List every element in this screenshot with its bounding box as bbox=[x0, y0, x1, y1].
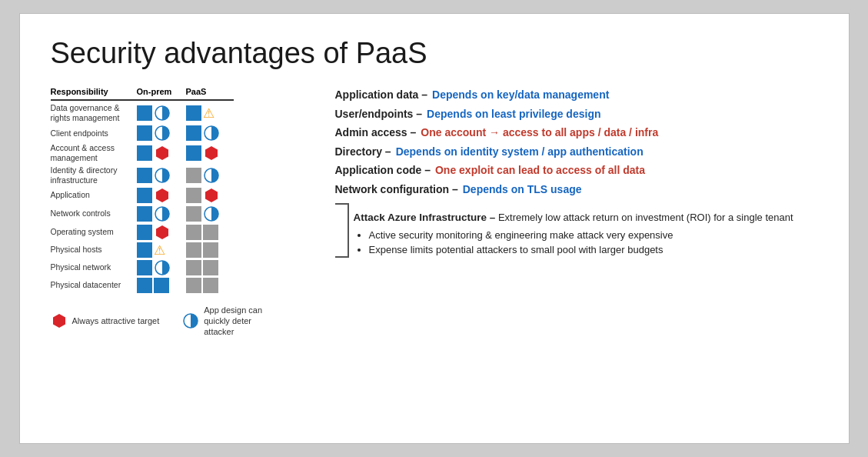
table-row: Network controls bbox=[51, 205, 312, 223]
attack-section: Attack Azure Infrastructure – Extremely … bbox=[354, 209, 793, 258]
right-item: Directory –Depends on identity system / … bbox=[335, 142, 818, 162]
right-item: Application data –Depends on key/data ma… bbox=[335, 85, 818, 105]
table-row: Account & access management bbox=[51, 142, 312, 164]
table-row: Data governance & rights management ⚠ bbox=[51, 102, 312, 124]
half-circle-legend-icon bbox=[182, 312, 199, 329]
main-content: Responsibility On-prem PaaS Data governa… bbox=[51, 84, 818, 338]
attack-bullet: Active security monitoring & engineering… bbox=[369, 228, 793, 243]
attack-bracket bbox=[335, 203, 349, 258]
svg-marker-11 bbox=[156, 225, 168, 239]
table-row: Client endpoints bbox=[51, 124, 312, 142]
item-desc: One account → access to all apps / data … bbox=[421, 123, 658, 142]
item-label: Application data – bbox=[335, 85, 428, 105]
svg-marker-13 bbox=[53, 314, 65, 328]
red-hex-icon bbox=[51, 312, 68, 329]
attack-bullets: Active security monitoring & engineering… bbox=[369, 228, 793, 258]
item-label: Admin access – bbox=[335, 123, 417, 142]
right-section: Application data –Depends on key/data ma… bbox=[335, 84, 818, 338]
right-item: Network configuration –Depends on TLS us… bbox=[335, 180, 818, 199]
col-header-paas: PaaS bbox=[186, 84, 235, 98]
table-row: Identity & directory infrastructure bbox=[51, 165, 312, 186]
slide-title: Security advantages of PaaS bbox=[51, 37, 818, 70]
col-header-onprem: On-prem bbox=[137, 84, 186, 98]
right-items: Application data –Depends on key/data ma… bbox=[335, 85, 818, 198]
legend-item-red: Always attractive target bbox=[51, 312, 160, 329]
attack-bullet: Expense limits potential attackers to sm… bbox=[369, 242, 793, 258]
col-header-responsibility: Responsibility bbox=[51, 84, 137, 98]
legend: Always attractive target App design can … bbox=[51, 305, 312, 338]
item-desc: Depends on key/data management bbox=[432, 85, 609, 105]
right-item: User/endpoints –Depends on least privile… bbox=[335, 105, 818, 124]
table-row: Application bbox=[51, 186, 312, 205]
item-desc: One exploit can lead to access of all da… bbox=[435, 161, 645, 180]
table-row: Physical network bbox=[51, 259, 312, 277]
svg-marker-7 bbox=[156, 188, 168, 202]
right-item: Admin access –One account → access to al… bbox=[335, 123, 818, 142]
item-label: Application code – bbox=[335, 161, 431, 180]
item-label: User/endpoints – bbox=[335, 105, 423, 124]
attack-section-wrap: Attack Azure Infrastructure – Extremely … bbox=[335, 203, 818, 258]
right-item: Application code –One exploit can lead t… bbox=[335, 161, 818, 180]
svg-marker-3 bbox=[156, 146, 168, 160]
item-desc: Depends on identity system / app authent… bbox=[396, 142, 644, 162]
item-desc: Depends on least privilege design bbox=[427, 105, 600, 124]
table-rows: Data governance & rights management ⚠Cli… bbox=[51, 102, 312, 294]
legend-item-half: App design can quickly deter attacker bbox=[182, 305, 265, 338]
slide: Security advantages of PaaS Responsibili… bbox=[19, 13, 850, 444]
table-row: Physical datacenter bbox=[51, 277, 312, 294]
item-desc: Depends on TLS usage bbox=[463, 180, 582, 199]
item-label: Directory – bbox=[335, 142, 391, 162]
table-section: Responsibility On-prem PaaS Data governa… bbox=[51, 84, 312, 338]
svg-marker-4 bbox=[205, 146, 218, 160]
table-row: Operating system bbox=[51, 223, 312, 242]
svg-marker-8 bbox=[205, 188, 218, 202]
table-row: Physical hosts⚠ bbox=[51, 242, 312, 259]
item-label: Network configuration – bbox=[335, 180, 458, 199]
